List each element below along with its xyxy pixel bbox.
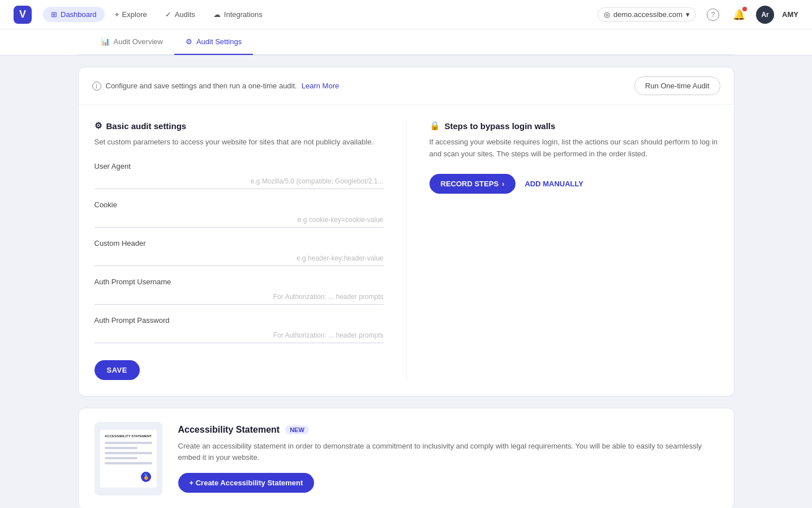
avatar[interactable]: Ar	[756, 6, 774, 24]
arrow-icon: ›	[502, 180, 504, 188]
cloud-icon: ☁	[213, 10, 221, 19]
medal-icon: 🏅	[141, 472, 151, 482]
auth-password-label: Auth Prompt Password	[94, 316, 384, 325]
audit-notice: i Configure and save settings and then r…	[79, 67, 734, 105]
help-icon: ?	[707, 8, 719, 21]
preview-title: ACCESSIBILITY STATEMENT	[105, 434, 152, 439]
bypass-login-title: 🔒 Steps to bypass login walls	[429, 121, 718, 131]
domain-selector[interactable]: ◎ demo.accessibe.com ▾	[598, 7, 696, 22]
accessibility-statement-card: ACCESSIBILITY STATEMENT 🏅 Accessibility …	[78, 408, 734, 508]
topnav-right: ◎ demo.accessibe.com ▾ ? 🔔 Ar AMY	[598, 6, 798, 24]
tab-audit-overview[interactable]: 📊 Audit Overview	[89, 29, 174, 55]
chevron-down-icon: ▾	[686, 10, 690, 19]
tabs-row: 📊 Audit Overview ⚙ Audit Settings	[78, 29, 734, 55]
notifications-button[interactable]: 🔔	[730, 6, 748, 24]
add-manually-button[interactable]: ADD MANUALLY	[525, 180, 583, 188]
statement-header: Accessibility Statement NEW	[178, 425, 718, 435]
cookie-field: Cookie	[94, 200, 384, 228]
tab-audit-settings[interactable]: ⚙ Audit Settings	[174, 29, 253, 55]
cookie-input[interactable]	[94, 212, 384, 228]
custom-header-label: Custom Header	[94, 239, 384, 247]
statement-content: Accessibility Statement NEW Create an ac…	[178, 425, 718, 493]
auth-username-field: Auth Prompt Username	[94, 278, 384, 305]
user-agent-input[interactable]	[94, 174, 384, 189]
logo[interactable]: V	[14, 6, 32, 24]
settings-icon: ⚙	[186, 37, 192, 46]
bypass-buttons: RECORD STEPS › ADD MANUALLY	[429, 174, 718, 194]
lock-icon: 🔒	[429, 121, 440, 131]
compass-icon: ⌖	[115, 10, 119, 19]
basic-audit-title: ⚙ Basic audit settings	[94, 121, 384, 131]
bypass-login-description: If accessing your website requires login…	[429, 136, 718, 160]
nav-links: ⊞ Dashboard ⌖ Explore ✓ Audits ☁ Integra…	[43, 7, 598, 23]
record-steps-button[interactable]: RECORD STEPS ›	[429, 174, 516, 194]
auth-username-input[interactable]	[94, 289, 384, 305]
nav-integrations[interactable]: ☁ Integrations	[205, 7, 270, 22]
nav-audits[interactable]: ✓ Audits	[157, 7, 203, 22]
notice-text: Configure and save settings and then run…	[106, 82, 297, 90]
auth-password-input[interactable]	[94, 328, 384, 343]
info-icon: i	[92, 82, 101, 91]
auth-username-label: Auth Prompt Username	[94, 278, 384, 286]
content-area: 📊 Audit Overview ⚙ Audit Settings i Conf…	[0, 29, 812, 508]
new-badge: NEW	[285, 425, 309, 434]
nav-explore[interactable]: ⌖ Explore	[107, 7, 155, 23]
user-agent-field: User Agent	[94, 162, 384, 189]
custom-header-input[interactable]	[94, 251, 384, 266]
learn-more-link[interactable]: Learn More	[302, 82, 339, 90]
user-agent-label: User Agent	[94, 162, 384, 170]
grid-icon: ⊞	[51, 10, 57, 19]
create-accessibility-statement-button[interactable]: + Create Accessibility Statement	[178, 473, 315, 493]
audit-body: ⚙ Basic audit settings Set custom parame…	[79, 105, 734, 396]
chart-icon: 📊	[101, 37, 110, 46]
basic-audit-col: ⚙ Basic audit settings Set custom parame…	[94, 121, 406, 380]
top-navigation: V ⊞ Dashboard ⌖ Explore ✓ Audits ☁ Integ…	[0, 0, 812, 29]
user-name: AMY	[782, 10, 798, 19]
notification-dot	[742, 7, 747, 11]
check-icon: ✓	[165, 10, 171, 19]
custom-header-field: Custom Header	[94, 239, 384, 266]
tabs-wrapper: 📊 Audit Overview ⚙ Audit Settings	[0, 29, 812, 56]
help-button[interactable]: ?	[704, 6, 722, 24]
bypass-login-col: 🔒 Steps to bypass login walls If accessi…	[406, 121, 718, 380]
statement-description: Create an accessibility statement in ord…	[178, 441, 718, 464]
statement-preview: ACCESSIBILITY STATEMENT 🏅	[94, 422, 162, 496]
gear-icon: ⚙	[94, 121, 102, 131]
run-one-time-audit-button[interactable]: Run One-time Audit	[634, 76, 720, 95]
cookie-label: Cookie	[94, 200, 384, 209]
nav-dashboard[interactable]: ⊞ Dashboard	[43, 7, 105, 22]
basic-audit-description: Set custom parameters to access your web…	[94, 136, 384, 148]
globe-icon: ◎	[604, 10, 610, 19]
audit-settings-card: i Configure and save settings and then r…	[78, 67, 734, 396]
save-button[interactable]: SAVE	[94, 360, 140, 380]
auth-password-field: Auth Prompt Password	[94, 316, 384, 343]
statement-title: Accessibility Statement	[178, 425, 280, 435]
